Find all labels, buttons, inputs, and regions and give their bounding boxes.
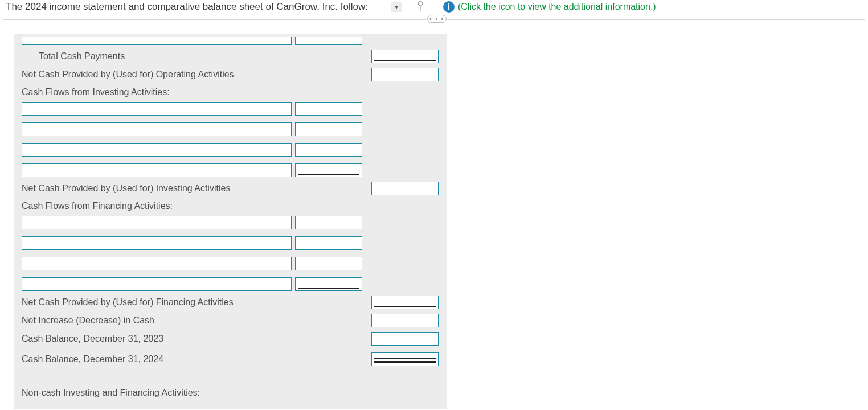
amount-input[interactable] xyxy=(371,50,439,63)
amount-input[interactable] xyxy=(295,143,362,157)
label-net-fin: Net Cash Provided by (Used for) Financin… xyxy=(22,297,295,308)
amount-input[interactable] xyxy=(295,277,362,291)
label-cash-balance-2024: Cash Balance, December 31, 2024 xyxy=(22,354,295,364)
line-item-select[interactable] xyxy=(22,257,292,270)
line-item-select[interactable] xyxy=(22,37,292,45)
label-cash-balance-2023: Cash Balance, December 31, 2023 xyxy=(22,334,295,344)
label-financing-header: Cash Flows from Financing Activities: xyxy=(22,198,439,214)
intro-dropdown-button[interactable]: ▼ xyxy=(391,2,402,12)
amount-input[interactable] xyxy=(371,314,439,327)
label-noncash: Non-cash Investing and Financing Activit… xyxy=(22,384,439,398)
amount-input[interactable] xyxy=(295,102,362,116)
info-link-text: (Click the icon to view the additional i… xyxy=(458,2,656,12)
additional-info-link[interactable]: i (Click the icon to view the additional… xyxy=(443,1,656,13)
amount-input[interactable] xyxy=(295,236,362,250)
line-item-select[interactable] xyxy=(22,122,292,136)
label-net-change: Net Increase (Decrease) in Cash xyxy=(22,315,295,326)
svg-point-0 xyxy=(418,1,423,5)
amount-input[interactable] xyxy=(371,68,439,81)
amount-input[interactable] xyxy=(371,182,439,195)
pin-icon[interactable] xyxy=(416,1,425,13)
amount-input[interactable] xyxy=(295,216,362,229)
line-item-select[interactable] xyxy=(22,102,292,116)
label-investing-header: Cash Flows from Investing Activities: xyxy=(22,84,439,100)
amount-input[interactable] xyxy=(371,332,439,346)
line-item-select[interactable] xyxy=(22,236,292,250)
line-item-select[interactable] xyxy=(22,143,292,157)
amount-input[interactable] xyxy=(295,163,362,177)
intro-text: The 2024 income statement and comparativ… xyxy=(6,1,368,13)
amount-input[interactable] xyxy=(371,296,439,309)
label-total-cash-payments: Total Cash Payments xyxy=(22,51,295,62)
partial-row-top xyxy=(22,34,439,47)
line-item-select[interactable] xyxy=(22,277,292,291)
amount-input[interactable] xyxy=(295,37,362,45)
section-divider: • • • xyxy=(3,19,865,20)
amount-input[interactable] xyxy=(371,352,439,366)
expand-pill-button[interactable]: • • • xyxy=(427,15,447,23)
amount-input[interactable] xyxy=(295,122,362,136)
line-item-select[interactable] xyxy=(22,163,292,177)
info-icon: i xyxy=(443,1,455,13)
amount-input[interactable] xyxy=(295,257,362,270)
label-net-op: Net Cash Provided by (Used for) Operatin… xyxy=(22,69,295,80)
line-item-select[interactable] xyxy=(22,216,292,229)
cash-flow-worksheet: Total Cash Payments Net Cash Provided by… xyxy=(14,34,447,409)
label-net-inv: Net Cash Provided by (Used for) Investin… xyxy=(22,183,295,194)
